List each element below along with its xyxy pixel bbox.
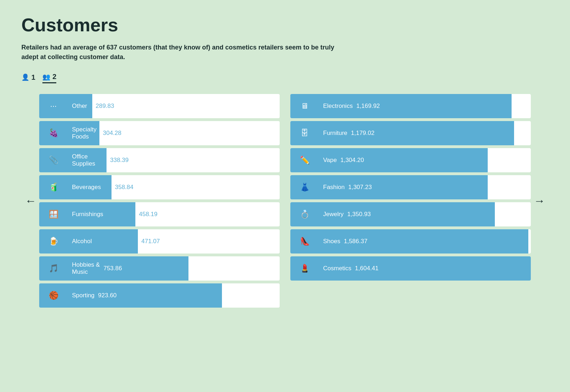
bar-row-sporting: 🏀Sporting923.60	[39, 283, 280, 308]
charts-area: ···Other289.83🍇Specialty Foods304.28📎Off…	[39, 94, 531, 308]
bar-value-outside-specialty-foods: 304.28	[99, 130, 121, 137]
bar-value-cosmetics: 1,604.41	[355, 265, 378, 272]
tab-1-label: 1	[31, 73, 35, 82]
bar-fill-jewelry: Jewelry1,350.93	[319, 202, 495, 226]
tab-1[interactable]: 👤 1	[21, 73, 35, 83]
bar-label-other: Other	[72, 103, 87, 110]
bar-label-office-supplies: Office Supplies	[72, 153, 107, 167]
bar-value-hobbies-music: 753.86	[103, 265, 122, 272]
bar-label-specialty-foods: Specialty Foods	[72, 126, 99, 140]
bar-label-beverages: Beverages	[72, 184, 101, 191]
bar-icon-office-supplies: 📎	[39, 148, 68, 172]
tab-2-label: 2	[52, 73, 56, 81]
bar-label-vape: Vape	[323, 157, 337, 164]
bar-label-fashion: Fashion	[323, 184, 344, 191]
bar-row-alcohol: 🍺Alcohol471.07	[39, 229, 280, 254]
bar-row-specialty-foods: 🍇Specialty Foods304.28	[39, 121, 280, 145]
bar-icon-furnishings: 🪟	[39, 202, 68, 226]
bar-fill-shoes: Shoes1,586.37	[319, 229, 528, 254]
bar-icon-fashion: 👗	[290, 175, 319, 199]
bar-fill-sporting: Sporting923.60	[68, 283, 222, 308]
bar-label-alcohol: Alcohol	[72, 238, 92, 245]
bar-value-furniture: 1,179.02	[351, 130, 374, 137]
left-chart-column: ···Other289.83🍇Specialty Foods304.28📎Off…	[39, 94, 280, 308]
bar-label-furniture: Furniture	[323, 130, 347, 137]
bar-label-cosmetics: Cosmetics	[323, 265, 351, 272]
bar-value-sporting: 923.60	[98, 292, 116, 299]
bar-value-vape: 1,304.20	[340, 157, 364, 164]
bar-value-outside-office-supplies: 338.39	[107, 157, 129, 164]
bar-label-jewelry: Jewelry	[323, 211, 344, 218]
bar-icon-specialty-foods: 🍇	[39, 121, 68, 145]
bar-row-electronics: 🖥Electronics1,169.92	[290, 94, 531, 118]
bar-fill-furniture: Furniture1,179.02	[319, 121, 514, 145]
bar-fill-furnishings: Furnishings	[68, 202, 135, 226]
bar-icon-jewelry: 💍	[290, 202, 319, 226]
bar-icon-sporting: 🏀	[39, 283, 68, 308]
bar-icon-other: ···	[39, 94, 68, 118]
nav-right-arrow[interactable]: →	[534, 194, 545, 208]
bar-icon-cosmetics: 💄	[290, 256, 319, 281]
bar-label-shoes: Shoes	[323, 238, 340, 245]
bar-row-furniture: 🗄Furniture1,179.02	[290, 121, 531, 145]
bar-fill-vape: Vape1,304.20	[319, 148, 488, 172]
bar-fill-specialty-foods: Specialty Foods	[68, 121, 99, 145]
tabs-container: 👤 1 👥 2	[21, 73, 549, 83]
nav-left-arrow[interactable]: ←	[25, 194, 36, 208]
bar-icon-alcohol: 🍺	[39, 229, 68, 254]
bar-value-jewelry: 1,350.93	[347, 211, 371, 218]
tab-2-icon: 👥	[42, 73, 50, 81]
bar-fill-electronics: Electronics1,169.92	[319, 94, 512, 118]
bar-fill-other: Other	[68, 94, 92, 118]
bar-row-fashion: 👗Fashion1,307.23	[290, 175, 531, 199]
right-chart-column: 🖥Electronics1,169.92🗄Furniture1,179.02✏️…	[290, 94, 531, 308]
bar-label-sporting: Sporting	[72, 292, 94, 299]
bar-row-furnishings: 🪟Furnishings458.19	[39, 202, 280, 226]
bar-fill-office-supplies: Office Supplies	[68, 148, 107, 172]
bar-icon-shoes: 👠	[290, 229, 319, 254]
tab-1-icon: 👤	[21, 73, 29, 81]
bar-row-shoes: 👠Shoes1,586.37	[290, 229, 531, 254]
bar-icon-vape: ✏️	[290, 148, 319, 172]
bar-value-shoes: 1,586.37	[344, 238, 367, 245]
bar-row-beverages: 🧃Beverages358.84	[39, 175, 280, 199]
bar-value-fashion: 1,307.23	[348, 184, 372, 191]
page-subtitle: Retailers had an average of 637 customer…	[21, 43, 342, 62]
bar-row-cosmetics: 💄Cosmetics1,604.41	[290, 256, 531, 281]
bar-icon-hobbies-music: 🎵	[39, 256, 68, 281]
tab-2[interactable]: 👥 2	[42, 73, 56, 83]
bar-fill-beverages: Beverages	[68, 175, 112, 199]
bar-row-jewelry: 💍Jewelry1,350.93	[290, 202, 531, 226]
bar-fill-alcohol: Alcohol	[68, 229, 138, 254]
bar-value-electronics: 1,169.92	[356, 103, 380, 110]
bar-fill-cosmetics: Cosmetics1,604.41	[319, 256, 531, 281]
bar-value-outside-other: 289.83	[92, 103, 114, 110]
bar-fill-hobbies-music: Hobbies & Music753.86	[68, 256, 188, 281]
bar-icon-beverages: 🧃	[39, 175, 68, 199]
bar-value-outside-furnishings: 458.19	[135, 211, 157, 218]
bar-fill-fashion: Fashion1,307.23	[319, 175, 488, 199]
bar-icon-electronics: 🖥	[290, 94, 319, 118]
bar-row-hobbies-music: 🎵Hobbies & Music753.86	[39, 256, 280, 281]
bar-value-outside-alcohol: 471.07	[138, 238, 160, 245]
bar-row-other: ···Other289.83	[39, 94, 280, 118]
bar-label-hobbies-music: Hobbies & Music	[72, 261, 100, 276]
bar-row-office-supplies: 📎Office Supplies338.39	[39, 148, 280, 172]
page-title: Customers	[21, 14, 549, 36]
bar-label-electronics: Electronics	[323, 103, 353, 110]
bar-icon-furniture: 🗄	[290, 121, 319, 145]
bar-label-furnishings: Furnishings	[72, 211, 103, 218]
bar-value-outside-beverages: 358.84	[112, 184, 134, 191]
bar-row-vape: ✏️Vape1,304.20	[290, 148, 531, 172]
